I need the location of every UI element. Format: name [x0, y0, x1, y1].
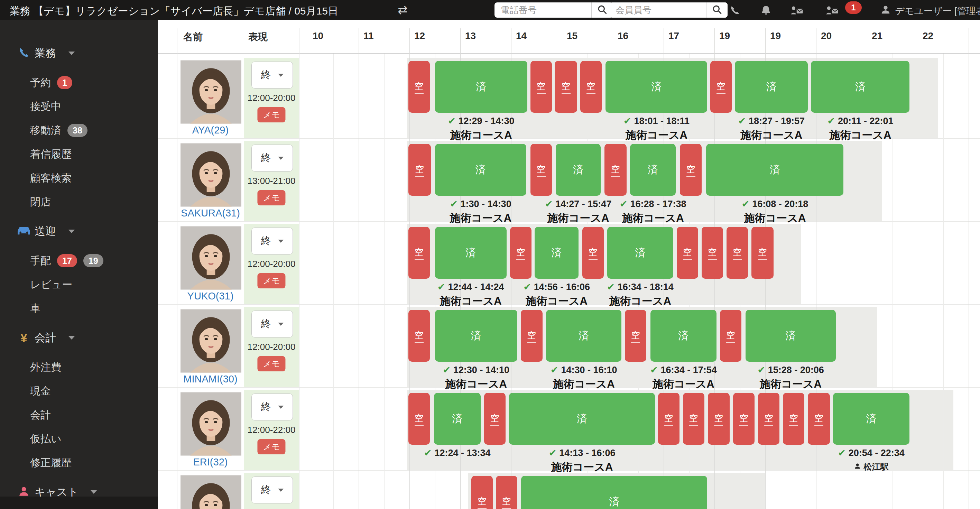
vacant-block[interactable]: 空: [530, 144, 552, 196]
vacant-block[interactable]: 空: [758, 393, 780, 445]
cast-name-link[interactable]: YUKO(31): [177, 291, 244, 302]
done-block[interactable]: 済: [556, 144, 600, 196]
done-block[interactable]: 済: [811, 61, 910, 113]
status-select[interactable]: 終: [251, 477, 293, 503]
sidebar-item-1-1[interactable]: レビュー: [0, 277, 158, 293]
done-block[interactable]: 済: [630, 144, 676, 196]
phone-icon[interactable]: [728, 4, 741, 17]
vacant-block[interactable]: 空: [408, 310, 430, 362]
done-block[interactable]: 済: [607, 227, 673, 279]
chevron-down-icon: [68, 230, 75, 233]
done-block[interactable]: 済: [606, 61, 707, 113]
sidebar-item-2-4[interactable]: 修正履歴: [0, 455, 158, 471]
status-select[interactable]: 終: [251, 62, 293, 89]
cast-photo[interactable]: [180, 143, 241, 207]
sidebar-item-0-3[interactable]: 着信履歴: [0, 146, 158, 162]
vacant-block[interactable]: 空: [496, 476, 517, 509]
status-select[interactable]: 終: [251, 227, 293, 254]
status-select[interactable]: 終: [251, 145, 293, 172]
done-block[interactable]: 済: [535, 227, 579, 279]
cast-photo[interactable]: [180, 60, 241, 124]
vacant-block[interactable]: 空: [625, 310, 646, 362]
sidebar-section-2[interactable]: ¥会計: [0, 329, 158, 347]
member-search-button[interactable]: [706, 2, 727, 17]
vacant-block[interactable]: 空: [683, 393, 705, 445]
vacant-block[interactable]: 空: [710, 61, 732, 113]
cast-name-link[interactable]: AYA(29): [177, 124, 244, 136]
vacant-block[interactable]: 空: [408, 61, 430, 113]
vacant-block[interactable]: 空: [677, 227, 698, 279]
memo-badge[interactable]: メモ: [257, 356, 285, 371]
phone-search-input[interactable]: [495, 2, 591, 17]
vacant-block[interactable]: 空: [727, 227, 748, 279]
done-block[interactable]: 済: [434, 393, 480, 445]
vacant-block[interactable]: 空: [555, 61, 577, 113]
vacant-block[interactable]: 空: [408, 227, 430, 279]
done-block[interactable]: 済: [546, 310, 621, 362]
vacant-block[interactable]: 空: [605, 144, 626, 196]
sidebar-item-2-0[interactable]: 外注費: [0, 359, 158, 375]
cast-photo[interactable]: [180, 226, 241, 290]
done-block[interactable]: 済: [435, 61, 528, 113]
done-block[interactable]: 済: [746, 310, 836, 362]
cast-photo[interactable]: [180, 475, 241, 509]
user-menu[interactable]: デモユーザー [管理者]: [880, 5, 980, 17]
user-mail-icon[interactable]: [791, 4, 803, 17]
sidebar-item-2-1[interactable]: 現金: [0, 383, 158, 399]
done-block[interactable]: 済: [833, 393, 910, 445]
member-search-input[interactable]: [609, 2, 706, 17]
user-mail-alert-icon[interactable]: [826, 4, 839, 17]
vacant-block[interactable]: 空: [521, 310, 542, 362]
done-block[interactable]: 済: [521, 476, 707, 509]
sidebar-item-0-2[interactable]: 移動済38: [0, 122, 158, 138]
sidebar-item-1-0[interactable]: 手配1719: [0, 253, 158, 269]
sidebar-item-0-4[interactable]: 顧客検索: [0, 170, 158, 186]
memo-badge[interactable]: メモ: [257, 107, 285, 122]
sidebar-item-0-5[interactable]: 閉店: [0, 194, 158, 210]
sidebar-item-0-0[interactable]: 予約1: [0, 75, 158, 91]
done-block[interactable]: 済: [706, 144, 843, 196]
sidebar-item-1-2[interactable]: 車: [0, 301, 158, 317]
vacant-block[interactable]: 空: [484, 393, 506, 445]
cast-name-link[interactable]: ERI(32): [177, 457, 244, 468]
vacant-block[interactable]: 空: [702, 227, 723, 279]
sidebar-item-text: 手配: [30, 254, 51, 268]
vacant-block[interactable]: 空: [582, 227, 604, 279]
sidebar-item-0-1[interactable]: 接受中: [0, 99, 158, 115]
sidebar-item-2-3[interactable]: 仮払い: [0, 431, 158, 447]
memo-badge[interactable]: メモ: [257, 273, 285, 288]
done-block[interactable]: 済: [435, 144, 527, 196]
sidebar-section-0[interactable]: 業務: [0, 45, 158, 62]
done-block[interactable]: 済: [509, 393, 655, 445]
vacant-block[interactable]: 空: [471, 476, 493, 509]
vacant-block[interactable]: 空: [708, 393, 730, 445]
done-block[interactable]: 済: [435, 310, 517, 362]
cast-name-link[interactable]: SAKURA(31): [177, 207, 244, 219]
vacant-block[interactable]: 空: [658, 393, 679, 445]
memo-badge[interactable]: メモ: [257, 190, 285, 205]
cast-name-link[interactable]: MINAMI(30): [177, 374, 244, 385]
bell-icon[interactable]: [759, 4, 773, 17]
memo-badge[interactable]: メモ: [257, 439, 285, 454]
vacant-block[interactable]: 空: [720, 310, 741, 362]
done-block[interactable]: 済: [735, 61, 808, 113]
done-block[interactable]: 済: [435, 227, 507, 279]
vacant-block[interactable]: 空: [580, 61, 602, 113]
status-select[interactable]: 終: [251, 310, 293, 337]
sidebar-item-2-2[interactable]: 会計: [0, 407, 158, 423]
vacant-block[interactable]: 空: [751, 227, 773, 279]
vacant-block[interactable]: 空: [408, 144, 431, 196]
vacant-block[interactable]: 空: [510, 227, 531, 279]
vacant-block[interactable]: 空: [808, 393, 830, 445]
vacant-block[interactable]: 空: [783, 393, 804, 445]
vacant-block[interactable]: 空: [680, 144, 702, 196]
swap-icon[interactable]: ⇄: [398, 3, 408, 17]
vacant-block[interactable]: 空: [408, 393, 430, 445]
status-select[interactable]: 終: [251, 393, 293, 420]
cast-photo[interactable]: [180, 392, 241, 456]
vacant-block[interactable]: 空: [733, 393, 754, 445]
vacant-block[interactable]: 空: [530, 61, 552, 113]
cast-photo[interactable]: [180, 309, 241, 373]
sidebar-section-1[interactable]: 送迎: [0, 223, 158, 240]
done-block[interactable]: 済: [651, 310, 716, 362]
